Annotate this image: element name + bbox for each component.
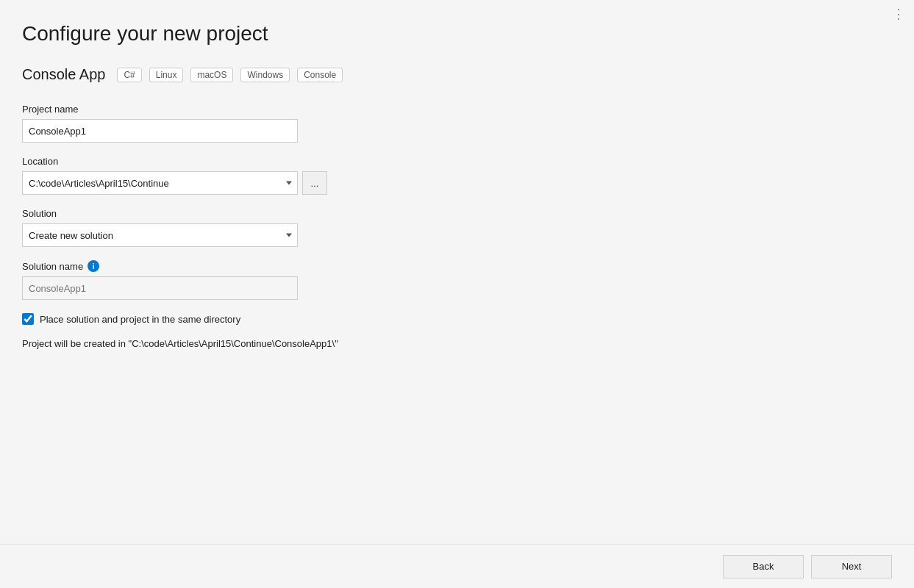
location-label: Location: [22, 156, 892, 167]
solution-section: Solution Create new solution: [22, 208, 892, 247]
solution-select[interactable]: Create new solution: [22, 223, 298, 247]
browse-button[interactable]: ...: [302, 171, 327, 195]
badge-macos: macOS: [190, 68, 233, 82]
back-button[interactable]: Back: [723, 555, 804, 578]
location-select-wrapper: [22, 171, 298, 195]
footer: Back Next: [0, 544, 914, 588]
next-button[interactable]: Next: [811, 555, 892, 578]
close-icon[interactable]: ⋮: [892, 6, 905, 22]
app-type-name: Console App: [22, 66, 105, 83]
project-name-section: Project name: [22, 104, 892, 143]
location-input[interactable]: [22, 171, 298, 195]
solution-select-wrapper: Create new solution: [22, 223, 298, 247]
checkbox-row: Place solution and project in the same d…: [22, 313, 892, 325]
solution-name-input[interactable]: [22, 276, 298, 300]
solution-name-section: Solution name i: [22, 260, 892, 300]
project-path-info: Project will be created in "C:\code\Arti…: [22, 338, 892, 349]
project-name-label: Project name: [22, 104, 892, 115]
location-section: Location ...: [22, 156, 892, 195]
app-type-row: Console App C# Linux macOS Windows Conso…: [22, 66, 892, 83]
page-title: Configure your new project: [22, 22, 892, 46]
info-icon[interactable]: i: [88, 260, 99, 272]
badge-linux: Linux: [149, 68, 184, 82]
badge-windows: Windows: [240, 68, 290, 82]
solution-label: Solution: [22, 208, 892, 219]
location-row: ...: [22, 171, 892, 195]
same-directory-checkbox[interactable]: [22, 313, 34, 325]
checkbox-label[interactable]: Place solution and project in the same d…: [40, 314, 240, 325]
badge-csharp: C#: [117, 68, 141, 82]
solution-name-label: Solution name i: [22, 260, 892, 272]
project-name-input[interactable]: [22, 119, 298, 143]
badge-console: Console: [297, 68, 343, 82]
